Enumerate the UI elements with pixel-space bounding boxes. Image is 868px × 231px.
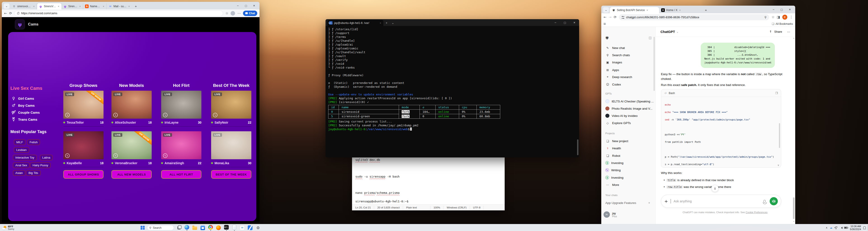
profile-avatar[interactable]: [230, 11, 235, 15]
site-info-icon[interactable]: [622, 16, 624, 18]
model-card-thumb[interactable]: LIVE VIP SHOW ϟ: [112, 131, 152, 159]
zoom-icon[interactable]: ⚲: [765, 15, 767, 19]
model-name-row[interactable]: TessaTeilor 18: [63, 120, 103, 125]
terminal-taskbar-icon[interactable]: &gt;_: [224, 225, 229, 231]
openai-logo-icon[interactable]: ✾: [605, 35, 609, 40]
profile-avatar[interactable]: C: [782, 15, 787, 20]
file-explorer-icon[interactable]: [192, 225, 197, 231]
sidebar-item-girl-cams[interactable]: ♀ Girl Cams: [11, 96, 34, 101]
sidebar-item-explore-gpts[interactable]: ◇Explore GPTs: [601, 120, 655, 126]
new-terminal-tab-button[interactable]: +: [383, 20, 390, 26]
code-scrollbar[interactable]: [779, 123, 780, 148]
browser-tab-sirensvoid[interactable]: ψ SirensVoid ×: [37, 3, 61, 9]
scroll-to-bottom-button[interactable]: ↓: [711, 185, 719, 192]
notification-bell-icon[interactable]: [863, 226, 866, 229]
browser-tab-namecheap[interactable]: N Namecheap ×: [83, 3, 107, 9]
site-logo[interactable]: ψ: [15, 20, 25, 29]
tag-chip[interactable]: Latina: [40, 155, 53, 160]
model-card-thumb[interactable]: LIVE ϟ: [211, 91, 251, 119]
sidebar-item-boy-cams[interactable]: ♂ Boy Cams: [11, 103, 35, 108]
sidebar-item-deep-research[interactable]: ⌖Deep research: [601, 74, 655, 80]
model-name-row[interactable]: AliceSchuster 18: [112, 120, 152, 125]
microsoft-store-icon[interactable]: [200, 225, 206, 231]
mic-icon[interactable]: [764, 200, 766, 203]
close-button[interactable]: ✕: [569, 20, 579, 26]
model-selector[interactable]: ChatGPT: [660, 30, 675, 34]
cookie-preferences-link[interactable]: Cookie Preferences: [745, 211, 767, 214]
sidebar-item-robot[interactable]: ❏Robot: [601, 153, 655, 159]
weather-widget[interactable]: 69°F Sunny: [2, 224, 14, 231]
browser-tab-search[interactable]: ⚲ sirensvoid - Search ×: [10, 3, 37, 9]
mail-taskbar-icon[interactable]: ✉: [240, 225, 245, 231]
chrome-menu-icon[interactable]: ⋮: [789, 15, 793, 19]
tab-close-icon[interactable]: ×: [79, 5, 81, 8]
sidebar-item-new-chat[interactable]: ✎New chat: [601, 45, 655, 51]
sidebar-item-trans-cams[interactable]: ⚧ Trans Cams: [11, 117, 37, 122]
sidebar-item-new-project[interactable]: ❏New project: [601, 138, 655, 144]
best-of-the-week-button[interactable]: BEST OF THE WEEK: [211, 170, 251, 179]
hidden-icons-chevron[interactable]: ∧: [826, 226, 828, 229]
sidebar-item-apps[interactable]: ⊞Apps: [601, 67, 655, 73]
browser-tab-mail[interactable]: ✉ Mail - support@sirensv ×: [107, 3, 132, 9]
browser-tab-sirensvoid-2[interactable]: ψ SirensVoid ×: [61, 3, 83, 9]
back-button[interactable]: ←: [4, 11, 7, 15]
model-name-row[interactable]: KayaBelle 18: [63, 160, 103, 166]
model-card-thumb[interactable]: LIVE ϟ: [112, 91, 152, 119]
tag-chip[interactable]: Fetish: [27, 140, 40, 145]
sidebar-item-investing-2[interactable]: $Investing: [601, 175, 655, 181]
zoom-level[interactable]: 100%: [430, 206, 443, 209]
tab-close-icon[interactable]: ×: [57, 5, 60, 8]
collapse-sidebar-icon[interactable]: ◫: [649, 36, 652, 39]
favorite-star-icon[interactable]: ☆: [225, 11, 228, 15]
model-name-row[interactable]: AmairaSingh 22: [161, 160, 202, 166]
notepad-taskbar-icon[interactable]: [232, 225, 237, 231]
tag-chip[interactable]: Big Tits: [26, 170, 41, 176]
sidebar-item-couple-cams[interactable]: ⚤ Couple Cams: [11, 110, 40, 115]
sidebar-item-writing[interactable]: ✎Writing: [601, 167, 655, 173]
tab-close-icon[interactable]: ×: [102, 5, 105, 8]
maximize-button[interactable]: ▢: [778, 6, 786, 12]
tab-search-chevron[interactable]: ⌄: [4, 3, 9, 9]
new-tab-button[interactable]: +: [133, 3, 139, 9]
notepad-line[interactable]: nano prisma/schema.prisma: [355, 191, 400, 194]
edge-taskbar-icon[interactable]: [184, 225, 190, 231]
terminal-content[interactable]: ├ ƒ /stories/[id] ├ ƒ /support ├ ƒ /term…: [326, 26, 579, 157]
browser-tab-chatgpt[interactable]: ✾ Selling Bot/API Service ×: [610, 7, 659, 13]
model-card-thumb[interactable]: LIVE ϟ: [161, 91, 202, 119]
shell-prompt[interactable]: jay@ubuntu-4gb-hel1-6:/var/www/sirensvoi…: [328, 127, 577, 131]
network-volume-battery-group[interactable]: [835, 227, 848, 229]
model-name-row[interactable]: SallyNoir 22: [211, 120, 251, 125]
refresh-button[interactable]: ⟳: [9, 11, 12, 15]
terminal-tab[interactable]: &gt;_ jay@ubuntu-4gb-hel1-6: /var/ ×: [327, 20, 383, 26]
address-bar[interactable]: chatgpt.com/c/69c98201-08f0-8396-8636-75…: [619, 14, 770, 20]
bookmark-star-icon[interactable]: ☆: [772, 15, 774, 19]
task-view-button[interactable]: [176, 225, 182, 231]
maximize-button[interactable]: ▢: [560, 20, 569, 26]
firefox-taskbar-icon[interactable]: [216, 225, 221, 231]
taskbar-clock[interactable]: 10:36 AM 5/30/2024: [850, 225, 861, 231]
tab-close-icon[interactable]: ×: [128, 5, 130, 8]
tab-close-icon[interactable]: ×: [379, 22, 381, 24]
model-card-thumb[interactable]: LIVE: [211, 131, 251, 159]
copy-code-icon[interactable]: ❐: [775, 91, 778, 95]
model-name-row[interactable]: MonaLika 30: [211, 160, 251, 166]
edge-chat-button[interactable]: Chat: [243, 11, 257, 16]
bookmark-grid-icon[interactable]: ⊞: [603, 22, 606, 26]
side-panel-icon[interactable]: ◨: [777, 15, 780, 19]
forward-button[interactable]: →: [609, 15, 612, 19]
minimize-button[interactable]: ─: [770, 6, 778, 12]
tab-close-icon[interactable]: ×: [33, 5, 35, 8]
chat-item-app-upgrade[interactable]: App Upgrade Features✦: [601, 200, 655, 206]
tab-close-icon[interactable]: ×: [646, 9, 648, 11]
terminal-dropdown-icon[interactable]: ⌄: [390, 20, 396, 26]
sidebar-item-more[interactable]: ⋯More: [601, 182, 655, 188]
sidebar-item-photo-realistic[interactable]: Photo Realistic Image and V...: [601, 105, 655, 112]
line-ending[interactable]: Windows (CRLF): [443, 206, 470, 209]
sidebar-scrollbar[interactable]: [653, 37, 655, 91]
model-card-thumb[interactable]: LIVE ϟ: [161, 131, 202, 159]
share-button[interactable]: Share: [774, 30, 782, 33]
maximize-button[interactable]: ▢: [242, 3, 250, 8]
conversation-menu-icon[interactable]: ⋯: [787, 30, 790, 34]
model-name-row[interactable]: IrisLayne 30: [161, 120, 202, 125]
start-button[interactable]: [141, 226, 145, 230]
